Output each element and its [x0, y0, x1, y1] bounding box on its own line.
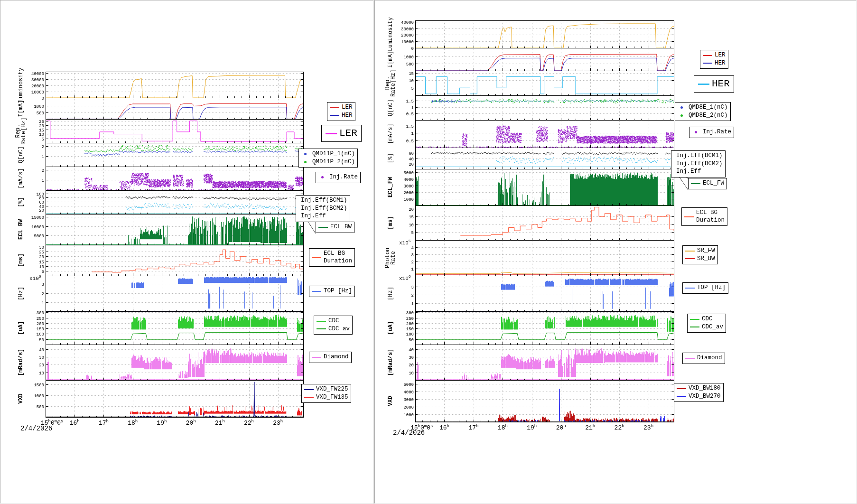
- legend-entry: CDC_av: [317, 326, 350, 333]
- marker-line-icon: [684, 216, 694, 217]
- marker-line-icon: [312, 291, 321, 292]
- legend-entry: LER: [326, 127, 357, 140]
- legend-label: VXD_FW225: [316, 386, 348, 393]
- date-label: 2/4/2026: [393, 429, 425, 437]
- legend-label: Inj.Eff(BCM1): [301, 197, 347, 205]
- window-left-ring-monitor: 2/4/2026 LERHERLERQMD11P_1(nC)QMD11P_2(n…: [0, 0, 373, 503]
- legend-entry: Inj.Eff: [674, 168, 723, 176]
- legend-label: Inj.Eff: [676, 168, 701, 176]
- legend-entry: VXD_BW180: [677, 385, 721, 392]
- legend-entry: CDC: [690, 316, 723, 323]
- legend-entry: TOP [Hz]: [685, 284, 726, 292]
- marker-line-icon: [698, 84, 709, 85]
- legend-label: ECL BG Duration: [324, 250, 352, 265]
- marker-line-icon: [703, 63, 712, 64]
- legend-label: Inj.Rate: [703, 129, 731, 136]
- legend-label: VXD_BW180: [689, 385, 721, 392]
- legend-label: HER: [712, 78, 730, 90]
- legend-label: Diamond: [324, 354, 349, 361]
- marker-dot-icon: [680, 106, 683, 109]
- legend-label: QMD11P_1(nC): [312, 150, 355, 158]
- legend-entry: Inj.Eff(BCM1): [298, 197, 347, 205]
- legend-ecl-bg: ECL BG Duration: [681, 207, 727, 226]
- marker-line-icon: [691, 183, 700, 184]
- legend-entry: HER: [330, 112, 353, 120]
- legend-label: CDC_av: [702, 324, 723, 331]
- legend-entry: ECL BG Duration: [684, 209, 725, 224]
- marker-line-icon: [703, 55, 712, 56]
- legend-rep-rate-ring: LER: [321, 125, 362, 142]
- marker-dot-icon: [321, 176, 324, 178]
- legend-label: QMD8E_2(nC): [689, 112, 728, 120]
- legend-label: QMD11P_2(nC): [312, 159, 355, 166]
- legend-label: CDC: [328, 317, 339, 325]
- marker-line-icon: [677, 388, 686, 389]
- legend-entry: HER: [698, 78, 730, 90]
- legend-cdc: CDCCDC_av: [314, 316, 353, 335]
- legend-inj-rate: Inj.Rate: [316, 172, 361, 183]
- legend-entry: SR_BW: [685, 255, 715, 263]
- legend-entry: LER: [330, 104, 353, 112]
- legend-ecl-bg: ECL BG Duration: [309, 248, 355, 267]
- legend-entry: QMD8E_1(nC): [678, 104, 728, 112]
- marker-line-icon: [318, 227, 328, 228]
- legend-entry: Diamond: [685, 355, 722, 362]
- legend-label: VXD_FW135: [316, 394, 348, 401]
- marker-dot-icon: [695, 131, 697, 133]
- legend-rep-rate-ring: HER: [694, 75, 734, 93]
- marker-line-icon: [330, 107, 339, 108]
- marker-dot-icon: [304, 161, 307, 163]
- legend-entry: Inj.Eff: [298, 213, 347, 220]
- right-strip-charts-canvas: [375, 0, 857, 504]
- marker-line-icon: [304, 389, 314, 390]
- legend-label: HER: [715, 60, 726, 67]
- legend-label: Diamond: [697, 355, 722, 362]
- legend-ecl-bw: ECL_BW: [316, 222, 354, 233]
- legend-inj-eff: Inj.Eff(BCM1)Inj.Eff(BCM2)Inj.Eff: [671, 150, 726, 177]
- window-right-ring-monitor: 2/4/2026 LERHERHERQMD8E_1(nC)QMD8E_2(nC)…: [374, 0, 856, 503]
- legend-diamond: Diamond: [682, 353, 725, 364]
- legend-top: TOP [Hz]: [682, 282, 728, 294]
- legend-entry: Inj.Eff(BCM2): [298, 205, 347, 213]
- date-label: 2/4/2026: [20, 425, 52, 432]
- marker-line-icon: [685, 251, 695, 252]
- legend-current: LERHER: [700, 50, 728, 69]
- legend-label: LER: [715, 52, 726, 59]
- marker-dot-icon: [680, 114, 683, 117]
- legend-label: Inj.Eff: [301, 213, 326, 220]
- legend-label: ECL_BW: [330, 224, 352, 231]
- legend-entry: VXD_FW135: [304, 394, 348, 401]
- legend-label: ECL BG Duration: [696, 209, 725, 224]
- legend-label: HER: [342, 112, 353, 120]
- legend-entry: ECL_FW: [691, 180, 724, 187]
- legend-entry: Inj.Rate: [318, 174, 358, 181]
- marker-line-icon: [685, 258, 695, 259]
- legend-cdc: CDCCDC_av: [687, 314, 726, 333]
- legend-label: QMD8E_1(nC): [689, 104, 728, 112]
- beam-status-screen: 2/4/2026 LERHERLERQMD11P_1(nC)QMD11P_2(n…: [0, 0, 857, 504]
- legend-current: LERHER: [327, 102, 355, 121]
- legend-label: SR_FW: [697, 247, 715, 255]
- legend-label: ECL_FW: [703, 180, 724, 187]
- marker-line-icon: [326, 133, 337, 134]
- legend-top: TOP [Hz]: [309, 286, 355, 297]
- marker-line-icon: [677, 396, 686, 397]
- marker-line-icon: [690, 319, 699, 320]
- legend-label: Inj.Eff(BCM2): [301, 205, 347, 213]
- legend-inj-eff: Inj.Eff(BCM1)Inj.Eff(BCM2)Inj.Eff: [296, 195, 350, 222]
- marker-line-icon: [317, 321, 326, 322]
- legend-label: LER: [342, 104, 353, 112]
- legend-entry: Inj.Rate: [692, 129, 731, 136]
- legend-vxd: VXD_BW180VXD_BW270: [674, 383, 724, 402]
- legend-entry: HER: [703, 60, 726, 67]
- legend-entry: CDC: [317, 317, 350, 325]
- legend-entry: VXD_BW270: [677, 393, 721, 401]
- legend-entry: VXD_FW225: [304, 386, 348, 393]
- legend-label: CDC_av: [328, 326, 350, 333]
- legend-label: Inj.Rate: [329, 174, 358, 181]
- legend-ecl-fw: ECL_FW: [688, 178, 727, 189]
- legend-entry: QMD8E_2(nC): [678, 112, 728, 120]
- marker-line-icon: [330, 115, 339, 116]
- legend-entry: ECL_BW: [318, 224, 352, 231]
- legend-vxd: VXD_FW225VXD_FW135: [301, 384, 351, 403]
